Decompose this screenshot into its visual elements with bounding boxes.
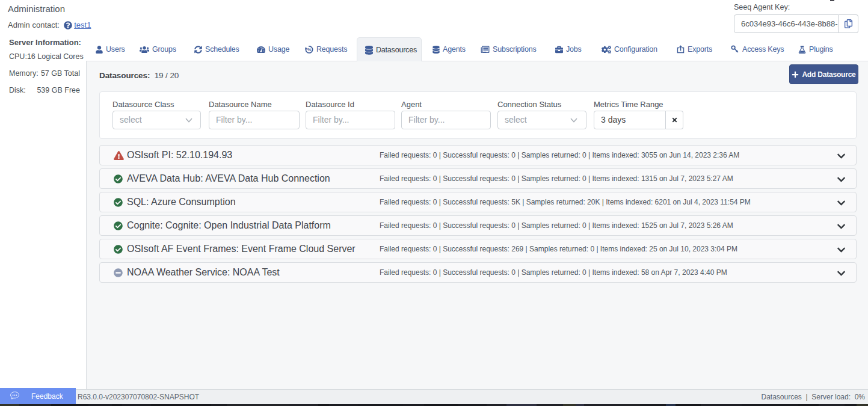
svg-text:%: %: [307, 47, 312, 52]
